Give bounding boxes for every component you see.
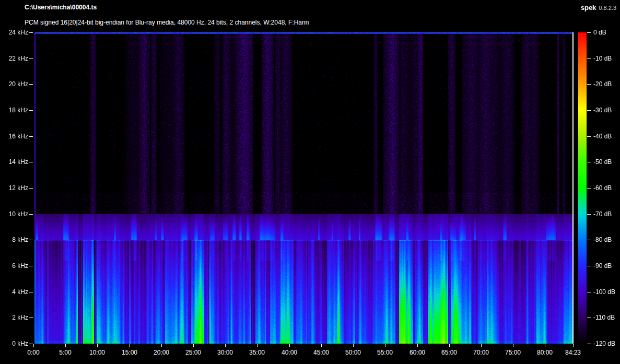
time-tick-mark — [545, 344, 545, 347]
frequency-tick-label: 2 kHz — [0, 314, 28, 321]
db-tick-mark — [587, 344, 591, 344]
db-tick-label: -10 dB — [593, 55, 612, 62]
frequency-tick-mark — [29, 344, 33, 344]
time-tick-mark — [449, 344, 450, 347]
frequency-tick-mark — [29, 292, 33, 292]
db-tick-mark — [587, 110, 591, 111]
db-tick-mark — [587, 292, 591, 292]
time-tick-label: 40:00 — [273, 349, 306, 356]
time-tick-mark — [257, 344, 258, 347]
db-tick-label: -100 dB — [593, 289, 615, 295]
time-tick-mark — [193, 344, 194, 347]
time-tick-label: 15:00 — [113, 349, 146, 356]
db-tick-label: -70 dB — [593, 211, 612, 217]
frequency-tick-label: 8 kHz — [0, 237, 28, 243]
time-tick-label: 60:00 — [401, 349, 434, 356]
frequency-tick-mark — [29, 110, 33, 111]
db-tick-mark — [587, 162, 591, 162]
time-tick-label: 25:00 — [177, 349, 210, 356]
db-tick-mark — [587, 58, 591, 59]
time-tick-label: 20:00 — [145, 349, 178, 356]
db-tick-label: -50 dB — [593, 159, 612, 165]
frequency-tick-label: 18 kHz — [0, 107, 28, 113]
frequency-tick-mark — [29, 32, 33, 33]
time-tick-label: 70:00 — [464, 349, 498, 356]
time-tick-label: 84:23 — [556, 349, 590, 356]
db-tick-label: -90 dB — [593, 263, 612, 269]
time-tick-label: 35:00 — [240, 349, 274, 356]
file-path-title: C:\Users\micha\00004.ts — [25, 4, 97, 11]
frequency-tick-mark — [29, 266, 33, 266]
frequency-tick-label: 10 kHz — [0, 211, 28, 217]
db-tick-label: -30 dB — [593, 107, 612, 113]
db-tick-label: -60 dB — [593, 185, 612, 191]
db-tick-mark — [587, 188, 591, 189]
spectrogram-plot — [33, 32, 573, 344]
time-tick-label: 5:00 — [49, 349, 82, 356]
time-tick-mark — [321, 344, 322, 347]
frequency-tick-label: 4 kHz — [0, 289, 28, 295]
frequency-tick-mark — [29, 162, 33, 162]
frequency-tick-mark — [29, 214, 33, 215]
time-tick-label: 75:00 — [496, 349, 530, 356]
db-tick-label: -20 dB — [593, 81, 612, 87]
db-tick-mark — [587, 266, 591, 266]
time-tick-mark — [481, 344, 482, 347]
db-tick-mark — [587, 84, 591, 85]
app-logo-text: spek — [581, 4, 596, 11]
time-tick-label: 55:00 — [368, 349, 402, 356]
frequency-tick-mark — [29, 58, 33, 59]
frequency-tick-label: 0 kHz — [0, 340, 28, 347]
frequency-tick-label: 16 kHz — [0, 133, 28, 139]
frequency-tick-label: 22 kHz — [0, 55, 28, 62]
db-tick-mark — [587, 214, 591, 215]
time-tick-mark — [161, 344, 162, 347]
db-tick-label: -120 dB — [593, 340, 615, 347]
app-brand: spek0.8.2.3 — [581, 4, 616, 11]
time-tick-mark — [130, 344, 130, 347]
plot-right-border — [572, 32, 574, 344]
time-tick-label: 30:00 — [208, 349, 242, 356]
db-tick-mark — [587, 32, 591, 33]
frequency-tick-label: 6 kHz — [0, 263, 28, 269]
audio-format-description: PCM signed 16|20|24-bit big-endian for B… — [25, 19, 309, 26]
frequency-tick-mark — [29, 188, 33, 189]
time-tick-mark — [573, 344, 574, 347]
frequency-tick-label: 14 kHz — [0, 159, 28, 165]
spectrogram-canvas — [33, 32, 573, 344]
db-tick-label: -80 dB — [593, 237, 612, 243]
frequency-tick-mark — [29, 240, 33, 240]
frequency-tick-label: 24 kHz — [0, 29, 28, 36]
frequency-tick-label: 12 kHz — [0, 185, 28, 191]
time-tick-mark — [289, 344, 290, 347]
time-tick-label: 50:00 — [336, 349, 370, 356]
spek-window: { "window": { "title": "C:\\Users\\micha… — [0, 0, 620, 364]
time-tick-label: 65:00 — [432, 349, 466, 356]
time-tick-mark — [353, 344, 354, 347]
db-tick-mark — [587, 136, 591, 137]
db-gradient-bar — [578, 32, 587, 344]
frequency-tick-label: 20 kHz — [0, 81, 28, 87]
app-version-text: 0.8.2.3 — [599, 5, 616, 11]
time-tick-mark — [513, 344, 513, 347]
frequency-tick-mark — [29, 318, 33, 318]
time-tick-mark — [385, 344, 385, 347]
time-tick-label: 0:00 — [17, 349, 50, 356]
db-tick-label: 0 dB — [593, 29, 606, 36]
db-tick-mark — [587, 318, 591, 318]
time-tick-mark — [225, 344, 226, 347]
time-tick-mark — [33, 344, 34, 347]
time-tick-mark — [65, 344, 66, 347]
db-tick-label: -110 dB — [593, 314, 615, 321]
frequency-tick-mark — [29, 84, 33, 85]
db-tick-label: -40 dB — [593, 133, 612, 139]
db-tick-mark — [587, 240, 591, 240]
time-tick-label: 45:00 — [305, 349, 338, 356]
time-tick-mark — [97, 344, 98, 347]
time-tick-label: 10:00 — [80, 349, 114, 356]
frequency-tick-mark — [29, 136, 33, 137]
time-tick-mark — [417, 344, 418, 347]
